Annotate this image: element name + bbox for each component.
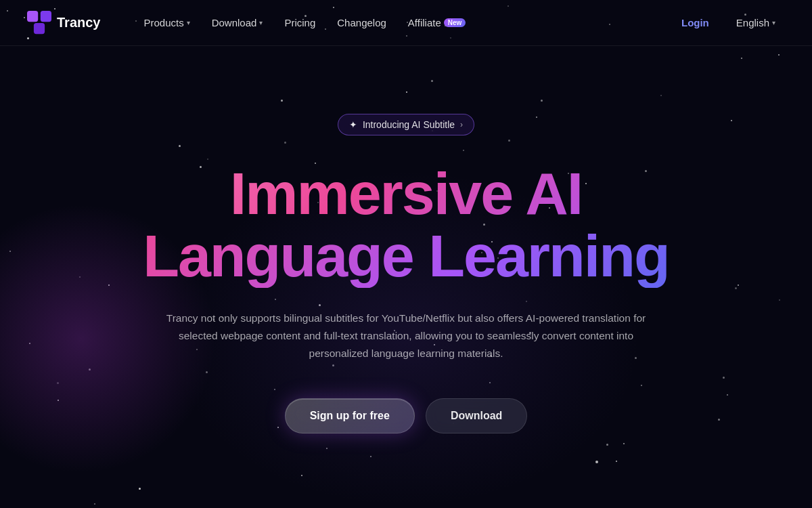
- hero-title-line2: Language Learning: [143, 225, 669, 287]
- ai-subtitle-badge[interactable]: ✦ Introducing AI Subtitle ›: [338, 114, 474, 135]
- brand-name: Trancy: [57, 15, 100, 30]
- nav-right: Login English ▾: [669, 12, 785, 34]
- nav-links: Products ▾ Download ▾ Pricing Changelog …: [134, 12, 669, 34]
- download-chevron-icon: ▾: [259, 19, 263, 26]
- affiliate-badge: New: [444, 18, 466, 27]
- hero-title-line1: Immersive AI: [143, 163, 669, 225]
- cta-group: Sign up for free Download: [285, 398, 528, 433]
- nav-affiliate[interactable]: Affiliate New: [399, 12, 475, 34]
- language-selector[interactable]: English ▾: [727, 12, 785, 34]
- download-button[interactable]: Download: [426, 398, 527, 433]
- language-chevron-icon: ▾: [772, 19, 775, 26]
- nav-products[interactable]: Products ▾: [134, 12, 199, 34]
- svg-rect-2: [34, 23, 45, 34]
- hero-section: ✦ Introducing AI Subtitle › Immersive AI…: [0, 46, 812, 433]
- hero-subtitle: Trancy not only supports bilingual subti…: [149, 310, 663, 363]
- badge-arrow-icon: ›: [460, 120, 463, 129]
- hero-title: Immersive AI Language Learning: [143, 163, 669, 288]
- logo-icon: [27, 11, 51, 35]
- sparkle-icon: ✦: [349, 119, 357, 130]
- login-button[interactable]: Login: [669, 12, 721, 34]
- logo[interactable]: Trancy: [27, 11, 100, 35]
- nav-pricing[interactable]: Pricing: [275, 12, 325, 34]
- signup-button[interactable]: Sign up for free: [285, 398, 415, 433]
- products-chevron-icon: ▾: [187, 19, 190, 26]
- nav-download[interactable]: Download ▾: [202, 12, 273, 34]
- svg-rect-0: [27, 11, 38, 22]
- svg-rect-1: [41, 11, 51, 22]
- navbar: Trancy Products ▾ Download ▾ Pricing Cha…: [0, 0, 812, 46]
- badge-text: Introducing AI Subtitle: [363, 119, 455, 130]
- nav-changelog[interactable]: Changelog: [328, 12, 396, 34]
